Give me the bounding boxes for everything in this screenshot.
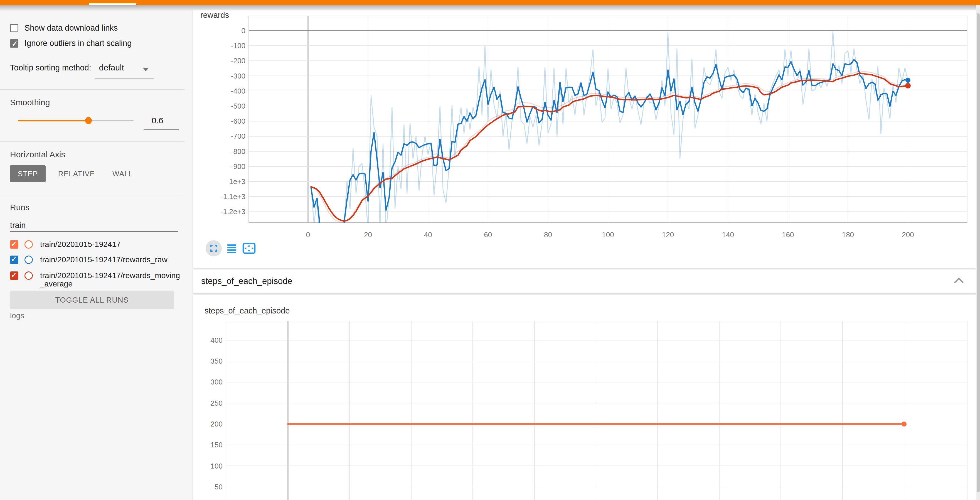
- run-checkbox[interactable]: ✓: [10, 271, 18, 280]
- smoothing-title: Smoothing: [10, 98, 50, 107]
- svg-text:0: 0: [306, 231, 310, 239]
- fullscreen-icon: [209, 244, 218, 253]
- slider-track-empty: [89, 120, 134, 121]
- ignore-outliers-row: ✓ Ignore outliers in chart scaling: [10, 39, 132, 48]
- chart-toolbar: [206, 239, 260, 258]
- slider-track-filled: [18, 120, 89, 121]
- svg-text:80: 80: [544, 231, 552, 239]
- ignore-outliers-label: Ignore outliers in chart scaling: [24, 39, 132, 48]
- run-label: train/20201015-192417: [40, 240, 181, 248]
- svg-text:20: 20: [364, 231, 372, 239]
- tensorboard-app: { "header": {"accent_color": "#f57c00"},…: [0, 0, 980, 500]
- svg-text:40: 40: [424, 231, 432, 239]
- tooltip-sort-label: Tooltip sorting method:: [10, 63, 91, 72]
- svg-text:100: 100: [602, 231, 614, 239]
- svg-text:200: 200: [211, 420, 223, 428]
- data-series-button[interactable]: [226, 242, 238, 255]
- svg-text:-900: -900: [231, 162, 245, 170]
- fullscreen-button[interactable]: [206, 240, 222, 256]
- svg-text:60: 60: [484, 231, 492, 239]
- fit-domain-button[interactable]: [242, 242, 256, 255]
- svg-text:150: 150: [211, 441, 223, 449]
- svg-text:200: 200: [902, 231, 914, 239]
- page-scrollbar[interactable]: [976, 5, 980, 500]
- run-checkbox[interactable]: ✓: [10, 240, 18, 248]
- svg-text:-200: -200: [231, 57, 245, 65]
- svg-text:-700: -700: [231, 132, 245, 140]
- tooltip-dropdown-underline: [95, 78, 154, 78]
- ignore-outliers-checkbox[interactable]: ✓: [10, 39, 18, 48]
- tooltip-sort-row: Tooltip sorting method: default: [10, 63, 124, 72]
- run-radio[interactable]: [24, 271, 33, 280]
- horizontal-axis-title: Horizontal Axis: [10, 150, 65, 159]
- svg-text:300: 300: [211, 378, 223, 386]
- svg-text:-1.2e+3: -1.2e+3: [221, 207, 245, 216]
- steps-section-title: steps_of_each_episode: [201, 276, 292, 286]
- svg-text:-1e+3: -1e+3: [227, 177, 245, 186]
- runs-title: Runs: [10, 203, 30, 212]
- rewards-card: rewards 0204060801001201401601802000-100…: [193, 10, 978, 268]
- show-download-links-label: Show data download links: [24, 23, 118, 33]
- divider: [0, 142, 185, 142]
- svg-text:-100: -100: [231, 41, 245, 50]
- steps-chart-card: steps_of_each_episode 400350300250200150…: [193, 295, 978, 500]
- run-item[interactable]: ✓ train/20201015-192417/rewards_raw: [10, 256, 181, 264]
- svg-text:-600: -600: [231, 117, 245, 125]
- run-item[interactable]: ✓ train/20201015-192417/rewards_moving_a…: [10, 271, 181, 288]
- dropdown-arrow-icon[interactable]: [143, 68, 149, 71]
- steps-section-header[interactable]: steps_of_each_episode: [193, 269, 978, 293]
- divider: [0, 89, 185, 90]
- svg-text:120: 120: [662, 231, 674, 239]
- run-item[interactable]: ✓ train/20201015-192417: [10, 240, 181, 248]
- horizontal-axis-toggle: STEP RELATIVE WALL: [10, 165, 138, 182]
- svg-text:50: 50: [215, 483, 223, 491]
- run-radio[interactable]: [24, 256, 33, 264]
- svg-text:-500: -500: [231, 102, 245, 110]
- svg-text:-400: -400: [231, 87, 245, 95]
- smoothing-value-underline: [143, 129, 179, 130]
- fit-domain-icon: [242, 243, 256, 254]
- steps-chart[interactable]: 40035030025020015010050: [193, 295, 978, 500]
- smoothing-value[interactable]: 0.6: [152, 116, 163, 125]
- collapse-chevron-icon[interactable]: [954, 277, 964, 284]
- svg-text:-800: -800: [231, 147, 245, 156]
- check-icon: ✓: [11, 255, 17, 264]
- run-label: train/20201015-192417/rewards_moving_ave…: [40, 271, 181, 288]
- settings-sidebar: Show data download links ✓ Ignore outlie…: [0, 5, 185, 500]
- haxis-relative-button[interactable]: RELATIVE: [53, 165, 100, 182]
- svg-text:0: 0: [242, 27, 245, 35]
- run-checkbox[interactable]: ✓: [10, 256, 18, 264]
- run-label: train/20201015-192417/rewards_raw: [40, 256, 181, 264]
- check-icon: ✓: [12, 40, 18, 48]
- svg-text:100: 100: [211, 462, 223, 470]
- check-icon: ✓: [11, 271, 17, 280]
- runs-input-underline: [10, 231, 178, 232]
- page-scrollbar-thumb[interactable]: [977, 13, 980, 492]
- bars-icon: [226, 243, 237, 254]
- run-radio[interactable]: [24, 240, 33, 248]
- svg-text:140: 140: [722, 231, 734, 239]
- runs-filter-input[interactable]: [10, 221, 172, 230]
- svg-text:180: 180: [842, 231, 854, 239]
- haxis-wall-button[interactable]: WALL: [107, 165, 138, 182]
- svg-text:160: 160: [782, 231, 794, 239]
- svg-text:-1.1e+3: -1.1e+3: [221, 193, 245, 201]
- slider-thumb[interactable]: [85, 117, 92, 124]
- header-bar: [0, 0, 980, 5]
- check-icon: ✓: [11, 240, 17, 248]
- rewards-chart[interactable]: 0204060801001201401601802000-100-200-300…: [193, 10, 978, 268]
- show-download-links-checkbox[interactable]: [10, 24, 18, 32]
- logs-link[interactable]: logs: [10, 311, 24, 320]
- active-tab-indicator: [89, 3, 136, 5]
- toggle-all-runs-button[interactable]: TOGGLE ALL RUNS: [10, 291, 174, 309]
- tooltip-sort-value[interactable]: default: [99, 63, 124, 72]
- svg-text:400: 400: [211, 336, 223, 344]
- svg-text:350: 350: [211, 357, 223, 365]
- svg-text:-300: -300: [231, 72, 245, 80]
- svg-text:250: 250: [211, 399, 223, 407]
- divider: [0, 194, 185, 194]
- show-download-links-row: Show data download links: [10, 23, 118, 33]
- haxis-step-button[interactable]: STEP: [10, 165, 46, 182]
